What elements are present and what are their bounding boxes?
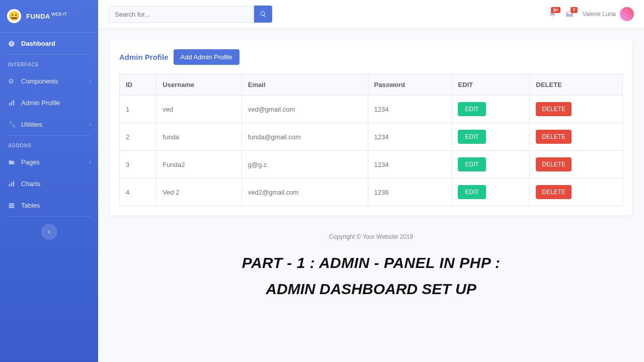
add-admin-profile-button[interactable]: Add Admin Profile: [174, 49, 239, 65]
notifications-mail[interactable]: 7: [566, 10, 574, 18]
cell-id: 1: [120, 96, 156, 123]
th-username: Username: [156, 74, 242, 96]
cell-edit: EDIT: [452, 96, 530, 123]
divider: [7, 216, 91, 217]
brand[interactable]: 😄 FUNDAWEB IT: [0, 0, 98, 33]
wrench-icon: 🔧: [8, 121, 16, 128]
cell-delete: DELETE: [530, 151, 623, 178]
cell-edit: EDIT: [452, 151, 530, 178]
cell-delete: DELETE: [530, 96, 623, 123]
chart-icon: [8, 100, 16, 107]
nav-label: Components: [21, 77, 58, 85]
delete-button[interactable]: DELETE: [536, 185, 572, 199]
th-edit: EDIT: [452, 74, 530, 96]
edit-button[interactable]: EDIT: [458, 185, 486, 199]
dashboard-icon: [8, 40, 16, 47]
cell-username: Funda2: [156, 151, 242, 178]
gear-icon: ⚙: [8, 77, 16, 85]
nav-admin-profile[interactable]: Admin Profile: [0, 92, 98, 114]
user-name: Valerie Luna: [583, 11, 616, 18]
edit-button[interactable]: EDIT: [458, 102, 486, 116]
chevron-right-icon: ›: [90, 78, 91, 84]
nav-heading-addons: ADDONS: [0, 136, 98, 151]
brand-text: FUNDAWEB IT: [26, 12, 67, 21]
search-input[interactable]: [108, 6, 254, 23]
search: [108, 6, 272, 23]
table-row: 3Funda2g@g.c1234EDITDELETE: [120, 151, 623, 178]
cell-email: g@g.c: [242, 151, 368, 178]
cell-id: 2: [120, 123, 156, 151]
cell-username: Ved 2: [156, 178, 242, 206]
cell-password: 1234: [368, 151, 452, 178]
nav-components[interactable]: ⚙ Components ›: [0, 70, 98, 92]
user-menu[interactable]: Valerie Luna: [583, 7, 634, 21]
table-row: 2fundafunda@gmail.com1234EDITDELETE: [120, 123, 623, 151]
table-header-row: ID Username Email Password EDIT DELETE: [120, 74, 623, 96]
th-password: Password: [368, 74, 452, 96]
cell-username: ved: [156, 96, 242, 123]
nav-label: Tables: [21, 202, 40, 209]
table-icon: [8, 202, 16, 209]
table-row: 4Ved 2ved2@gmail.com1236EDITDELETE: [120, 178, 623, 206]
nav-label: Charts: [21, 180, 40, 188]
search-button[interactable]: [254, 6, 272, 23]
svg-rect-1: [11, 101, 12, 105]
card-header: Admin Profile Add Admin Profile: [119, 49, 623, 65]
collapse-sidebar-button[interactable]: ‹: [41, 224, 57, 240]
cell-delete: DELETE: [530, 123, 623, 151]
nav-label: Utilities: [21, 121, 42, 128]
cell-delete: DELETE: [530, 178, 623, 206]
cell-username: funda: [156, 123, 242, 151]
nav-dashboard[interactable]: Dashboard: [0, 33, 98, 54]
th-email: Email: [242, 74, 368, 96]
cell-id: 3: [120, 151, 156, 178]
svg-rect-4: [11, 182, 12, 186]
admin-profile-card: Admin Profile Add Admin Profile ID Usern…: [110, 40, 632, 215]
content: 3+ 7 Valerie Luna Admin Profile Add Admi…: [98, 0, 644, 362]
card-title: Admin Profile: [119, 53, 169, 61]
footer: Copyright © Your Website 2019: [110, 225, 632, 248]
nav-label: Pages: [21, 158, 40, 166]
nav-label: Admin Profile: [21, 99, 60, 107]
cell-password: 1234: [368, 123, 452, 151]
banner-line2: ADMIN DASHBOARD SET UP: [110, 281, 632, 298]
delete-button[interactable]: DELETE: [536, 130, 572, 144]
cell-password: 1236: [368, 178, 452, 206]
chevron-right-icon: ›: [90, 122, 91, 127]
badge: 7: [571, 7, 577, 13]
brand-icon: 😄: [7, 9, 21, 23]
delete-button[interactable]: DELETE: [536, 102, 572, 116]
notifications-bell[interactable]: 3+: [548, 10, 556, 18]
topbar: 3+ 7 Valerie Luna: [98, 0, 644, 28]
svg-rect-0: [9, 103, 10, 106]
table-row: 1vedved@gmail.com1234EDITDELETE: [120, 96, 623, 123]
svg-rect-5: [13, 181, 14, 187]
cell-id: 4: [120, 178, 156, 206]
sidebar: 😄 FUNDAWEB IT Dashboard INTERFACE ⚙ Comp…: [0, 0, 98, 362]
cell-email: funda@gmail.com: [242, 123, 368, 151]
svg-rect-2: [13, 100, 14, 106]
admin-table: ID Username Email Password EDIT DELETE 1…: [119, 74, 623, 206]
edit-button[interactable]: EDIT: [458, 157, 486, 171]
badge: 3+: [551, 7, 560, 13]
folder-icon: [8, 159, 16, 166]
nav-label: Dashboard: [21, 40, 55, 47]
nav-pages[interactable]: Pages ›: [0, 151, 98, 173]
edit-button[interactable]: EDIT: [458, 130, 486, 144]
banner-line1: PART - 1 : ADMIN - PANEL IN PHP :: [110, 254, 632, 272]
chevron-right-icon: ›: [90, 159, 91, 165]
cell-password: 1234: [368, 96, 452, 123]
nav-tables[interactable]: Tables: [0, 195, 98, 216]
cell-edit: EDIT: [452, 178, 530, 206]
cell-edit: EDIT: [452, 123, 530, 151]
th-id: ID: [120, 74, 156, 96]
th-delete: DELETE: [530, 74, 623, 96]
nav-utilities[interactable]: 🔧 Utilities ›: [0, 114, 98, 135]
search-icon: [260, 11, 267, 18]
main: Admin Profile Add Admin Profile ID Usern…: [98, 28, 644, 362]
banner: PART - 1 : ADMIN - PANEL IN PHP : ADMIN …: [110, 254, 632, 298]
nav-heading-interface: INTERFACE: [0, 55, 98, 70]
delete-button[interactable]: DELETE: [536, 157, 572, 171]
topbar-right: 3+ 7 Valerie Luna: [548, 7, 634, 21]
nav-charts[interactable]: Charts: [0, 173, 98, 195]
